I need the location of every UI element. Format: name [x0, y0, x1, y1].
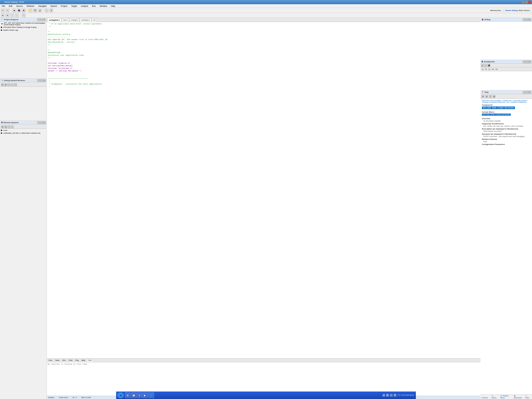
tab-config[interactable]: config.h	[69, 18, 79, 22]
tab-error[interactable]: Error	[47, 359, 54, 361]
tab-rtm[interactable]: rtm.c	[62, 18, 69, 22]
menu-help[interactable]: Help	[110, 5, 116, 7]
tab-usrappinit[interactable]: usrAppInit.c	[47, 18, 62, 22]
remote-min[interactable]: −	[37, 121, 40, 124]
menu-source[interactable]: Source	[15, 5, 24, 7]
help-contents-link[interactable]: 📄 Contents	[481, 395, 490, 399]
minimize-button[interactable]: ─	[522, 1, 525, 4]
bp-min[interactable]: −	[523, 60, 526, 63]
dsb-btn-5[interactable]: 🔍	[14, 83, 17, 86]
taskbar-app-3[interactable]: e	[137, 393, 142, 398]
project-close[interactable]: ✕	[43, 18, 46, 21]
tab-10[interactable]: 10	[92, 18, 97, 22]
vars-tab-ex[interactable]: Ex	[488, 68, 491, 70]
toolbar-btn-5[interactable]: 🐞	[22, 9, 25, 13]
remote-close[interactable]: ✕	[43, 121, 46, 124]
toolbar-btn-2[interactable]: ↪	[6, 9, 9, 13]
debug-max[interactable]: □	[526, 18, 528, 21]
help-back[interactable]: ⬅	[481, 95, 484, 98]
project-minimize[interactable]: −	[37, 18, 40, 21]
taskbar-app-4[interactable]: ▶	[142, 393, 147, 398]
toolbar-btn-9[interactable]: 🔧	[45, 9, 49, 13]
toolbar-btn-6[interactable]: 📂	[29, 9, 32, 13]
code-editor[interactable]: * of an applicable Wind River license ag…	[47, 22, 481, 358]
tree-item-logs[interactable]: ▶ System Viewer Logs	[0, 29, 46, 31]
menu-edit[interactable]: Edit	[8, 5, 13, 7]
help-search-link[interactable]: 🔍 Search	[492, 395, 498, 399]
toolbar2-btn-1[interactable]: ⬅	[1, 13, 5, 17]
dsb-btn-4[interactable]: ↓	[11, 83, 13, 86]
bp-btn-3[interactable]: ⬛	[488, 64, 490, 67]
rs-btn-2[interactable]: ➡	[4, 126, 7, 128]
close-button[interactable]: ✕	[528, 1, 531, 4]
maximize-button[interactable]: □	[525, 1, 528, 4]
dsb-btn-2[interactable]: ➡	[4, 83, 7, 86]
rs-btn-1[interactable]: ⬅	[1, 126, 4, 128]
toolbar-btn-3[interactable]: ▶	[13, 9, 16, 13]
vars-tab-me1[interactable]: Me	[491, 68, 495, 70]
tree-item-rtm[interactable]: ▶ RTM (Wind River VxWorks 6.8 Image Proj…	[0, 26, 46, 29]
help-close[interactable]: ✕	[528, 91, 531, 94]
rs-btn-3[interactable]: ↑	[7, 126, 10, 128]
dsb-btn-3[interactable]: ↑	[7, 83, 10, 86]
start-button[interactable]: ⊞	[117, 392, 124, 398]
toolbar-btn-8[interactable]: 🖨	[38, 9, 42, 13]
help-related-link[interactable]: 🔗 Related Topics	[500, 395, 512, 399]
taskbar-app-1[interactable]: ⊞	[125, 393, 130, 398]
debug-sym-min[interactable]: −	[37, 79, 40, 82]
bp-close[interactable]: ✕	[528, 60, 531, 63]
menu-target[interactable]: Target	[70, 5, 78, 7]
menu-search[interactable]: Search	[50, 5, 58, 7]
help-home[interactable]: 🏠	[489, 95, 492, 98]
tab-probl[interactable]: Probl	[67, 359, 74, 361]
menu-window[interactable]: Window	[99, 5, 108, 7]
toolbar2-btn-2[interactable]: ➡	[6, 13, 9, 17]
bp-btn-2[interactable]: ↓	[484, 64, 487, 67]
rs-btn-4[interactable]: ↓	[11, 126, 13, 128]
tab-cons[interactable]: Cons	[87, 359, 93, 361]
dsb-btn-1[interactable]: ⬅	[1, 83, 4, 86]
help-index-link[interactable]: 📋 Index	[525, 395, 531, 399]
tree-item-npt[interactable]: ▼ NPT_OFP_APP (Wind River VxWorks 6.8 Do…	[0, 22, 46, 26]
taskbar-app-2[interactable]: 📁	[131, 393, 137, 398]
toolbar2-btn-3[interactable]: ↑	[10, 13, 14, 17]
toolbar-btn-4[interactable]: ⬛	[17, 9, 21, 13]
toolbar-btn-10[interactable]: ⚙	[49, 9, 53, 13]
vars-tab-me2[interactable]: Me	[495, 68, 499, 70]
menu-run[interactable]: Run	[91, 5, 97, 7]
menu-project[interactable]: Project	[60, 5, 68, 7]
remote-max[interactable]: □	[40, 121, 43, 124]
tab-romstart[interactable]: romStart.c	[79, 18, 91, 22]
tab-build[interactable]: Build	[80, 359, 87, 361]
basic-device-tab[interactable]: Basic Device...	[519, 9, 531, 12]
menu-analyze[interactable]: Analyze	[80, 5, 89, 7]
menu-navigate[interactable]: Navigate	[38, 5, 48, 7]
help-min[interactable]: −	[523, 91, 526, 94]
toolbar2-btn-5[interactable]: 🔍	[22, 13, 25, 17]
help-breadcrumb[interactable]: Wind River Documentation > References > …	[482, 100, 531, 103]
debug-sym-close[interactable]: ✕	[43, 79, 46, 82]
remote-vxworks[interactable]: ▶ VxWorks6x_192.168.1.1 (Wind River VxWo…	[0, 132, 46, 134]
taskbar-app-5[interactable]: 🌐	[148, 393, 154, 398]
help-forward[interactable]: ➡	[485, 95, 488, 98]
help-bookmarks-link[interactable]: 🔖 Bookmarks	[514, 395, 523, 399]
help-max[interactable]: □	[526, 91, 528, 94]
remote-local[interactable]: ▶ Local	[0, 129, 46, 132]
debug-sym-max[interactable]: □	[40, 79, 43, 82]
bp-max[interactable]: □	[526, 60, 528, 63]
tab-term[interactable]: Term	[61, 359, 67, 361]
debug-close[interactable]: ✕	[528, 18, 531, 21]
debug-min[interactable]: −	[523, 18, 526, 21]
vars-tab-va[interactable]: Va	[481, 68, 484, 70]
toolbar-btn-1[interactable]: ↩	[1, 9, 5, 13]
tab-prop[interactable]: Prop	[74, 359, 80, 361]
toolbar2-btn-4[interactable]: ↓	[15, 13, 19, 17]
help-print[interactable]: 🖨	[493, 95, 495, 98]
bp-btn-1[interactable]: ✕	[481, 64, 484, 67]
vars-tab-re[interactable]: Re	[484, 68, 488, 70]
menu-file[interactable]: File	[1, 5, 6, 7]
tab-tasks[interactable]: Tasks	[54, 359, 61, 361]
toolbar-btn-7[interactable]: 💾	[33, 9, 37, 13]
menu-refactor[interactable]: Refactor	[26, 5, 35, 7]
device-debug-tab[interactable]: Device Debug	[505, 9, 518, 12]
